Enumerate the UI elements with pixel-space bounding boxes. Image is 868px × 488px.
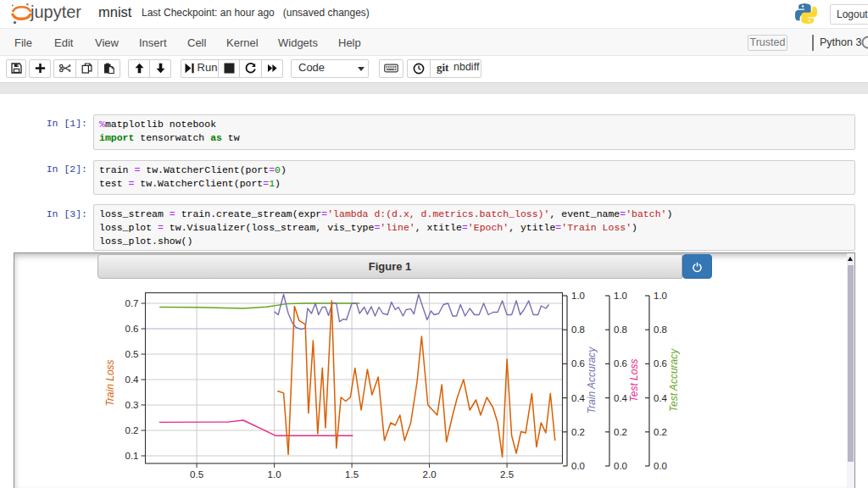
svg-text:0.2: 0.2 — [125, 425, 139, 435]
svg-text:1.5: 1.5 — [345, 469, 359, 480]
svg-text:0.1: 0.1 — [125, 451, 139, 461]
svg-text:1.0: 1.0 — [614, 291, 627, 301]
svg-text:0.8: 0.8 — [571, 324, 585, 335]
svg-text:0.0: 0.0 — [614, 461, 627, 471]
svg-text:0.6: 0.6 — [614, 358, 627, 369]
svg-text:1.0: 1.0 — [268, 469, 281, 480]
svg-text:Test Accuracy: Test Accuracy — [668, 348, 680, 412]
svg-text:0.2: 0.2 — [654, 427, 667, 437]
svg-text:2.0: 2.0 — [423, 469, 437, 480]
svg-text:1.0: 1.0 — [571, 291, 585, 301]
svg-text:0.4: 0.4 — [654, 393, 668, 403]
svg-text:0.6: 0.6 — [571, 358, 585, 369]
svg-text:0.0: 0.0 — [654, 461, 667, 471]
svg-text:0.2: 0.2 — [614, 427, 627, 437]
svg-text:2.5: 2.5 — [500, 469, 514, 480]
svg-text:0.5: 0.5 — [125, 349, 139, 359]
svg-text:0.0: 0.0 — [571, 461, 585, 471]
svg-text:0.4: 0.4 — [614, 393, 628, 403]
svg-text:0.8: 0.8 — [614, 324, 627, 335]
svg-text:0.4: 0.4 — [125, 374, 140, 385]
svg-text:0.8: 0.8 — [654, 324, 667, 335]
svg-text:0.4: 0.4 — [571, 393, 586, 403]
svg-text:0.5: 0.5 — [190, 469, 203, 480]
svg-text:0.6: 0.6 — [654, 358, 667, 369]
svg-text:0.6: 0.6 — [125, 324, 139, 334]
svg-text:0.7: 0.7 — [125, 298, 139, 308]
svg-text:0.2: 0.2 — [571, 427, 585, 437]
svg-text:0.3: 0.3 — [125, 400, 139, 410]
svg-text:1.0: 1.0 — [654, 291, 667, 301]
svg-text:Train Accuracy: Train Accuracy — [586, 347, 598, 414]
svg-text:Train Loss: Train Loss — [104, 359, 116, 406]
svg-text:Test Loss: Test Loss — [628, 359, 640, 402]
